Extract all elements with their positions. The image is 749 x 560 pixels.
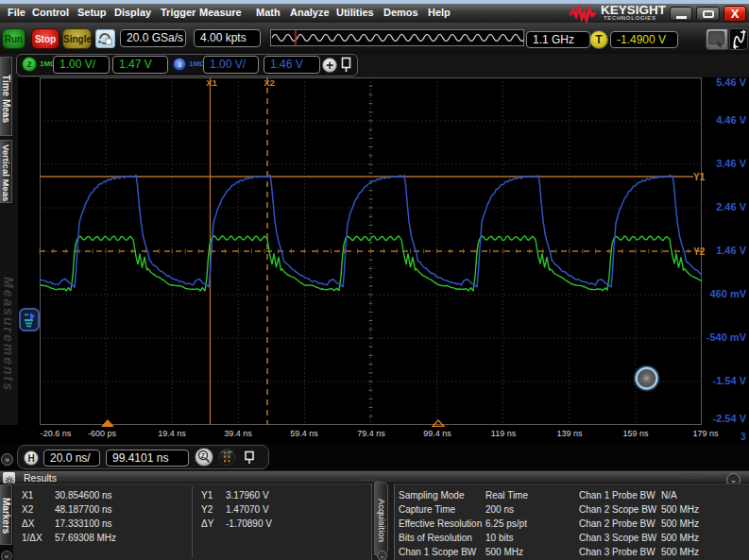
svg-text:Z: Z: [201, 452, 206, 459]
svg-text:Y1: Y1: [693, 172, 706, 182]
svg-text:X1: X1: [206, 77, 217, 88]
svg-text:X2: X2: [264, 77, 275, 88]
